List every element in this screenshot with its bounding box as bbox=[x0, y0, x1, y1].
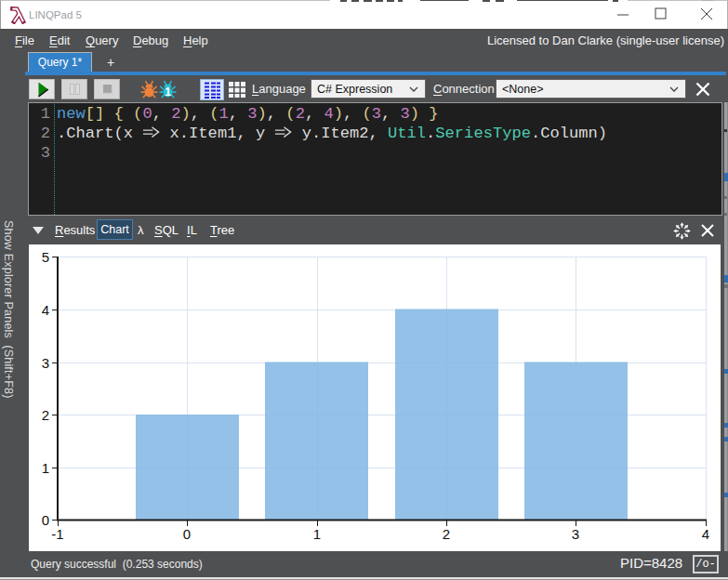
svg-text:4: 4 bbox=[42, 302, 49, 318]
svg-text:1: 1 bbox=[42, 460, 49, 476]
svg-text:1: 1 bbox=[165, 86, 171, 99]
svg-text:4: 4 bbox=[702, 526, 709, 542]
svg-text:0: 0 bbox=[42, 512, 49, 528]
svg-text:5: 5 bbox=[42, 249, 49, 265]
svg-text:1: 1 bbox=[313, 526, 321, 542]
svg-text:2: 2 bbox=[443, 526, 450, 542]
svg-text:-1: -1 bbox=[51, 526, 63, 542]
svg-text:3: 3 bbox=[572, 526, 579, 542]
svg-text:2: 2 bbox=[42, 407, 49, 423]
svg-text:0: 0 bbox=[183, 526, 191, 542]
svg-text:3: 3 bbox=[42, 355, 49, 371]
